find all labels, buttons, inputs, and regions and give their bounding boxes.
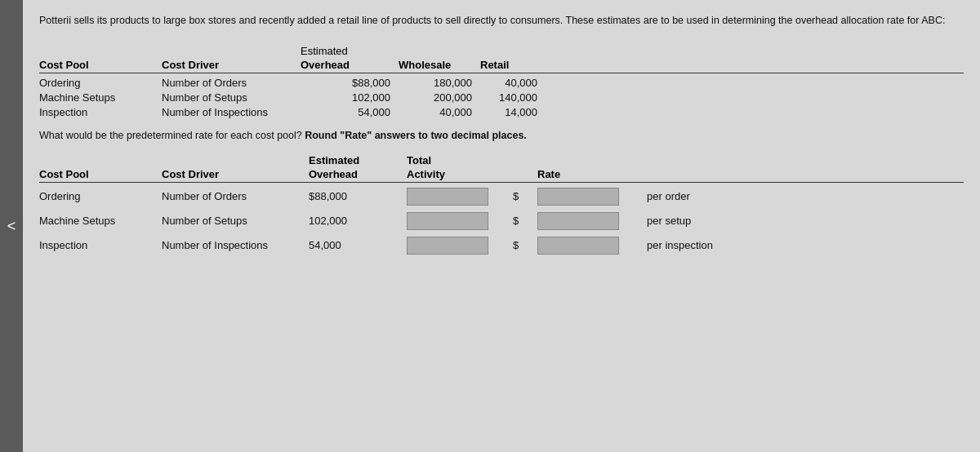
driver-setups: Number of Setups <box>162 91 301 104</box>
second-overhead-ordering: $88,000 <box>309 190 407 202</box>
second-col-pool: Cost Pool <box>39 168 162 180</box>
second-col-activity: Activity <box>407 168 513 180</box>
col-header-wholesale: Wholesale <box>399 59 480 71</box>
overhead-setups: 102,000 <box>301 91 399 104</box>
second-estimated-label: Estimated <box>309 154 407 166</box>
activity-input-ordering[interactable] <box>407 188 488 206</box>
wholesale-ordering: 180,000 <box>399 77 480 89</box>
col-header-driver: Cost Driver <box>162 59 301 71</box>
retail-inspection: 14,000 <box>480 106 546 118</box>
per-inspection-label: per inspection <box>644 239 742 251</box>
main-content: Potterii sells its products to large box… <box>23 0 980 452</box>
pool-inspection: Inspection <box>39 106 162 118</box>
pool-ordering: Ordering <box>39 77 162 89</box>
dollar-sign-ordering: $ <box>513 190 537 202</box>
second-pool-setups: Machine Setups <box>39 215 162 227</box>
rate-input-ordering[interactable] <box>537 188 619 206</box>
table-row: Machine Setups Number of Setups 102,000 … <box>39 91 964 104</box>
pool-machine-setups: Machine Setups <box>39 91 162 104</box>
second-col-overhead: Overhead <box>309 168 407 180</box>
second-table-row-setups: Machine Setups Number of Setups 102,000 … <box>39 212 964 230</box>
retail-ordering: 40,000 <box>480 77 546 89</box>
first-table-col-headers: Cost Pool Cost Driver Overhead Wholesale… <box>39 59 964 73</box>
driver-orders: Number of Orders <box>162 77 301 89</box>
retail-setups: 140,000 <box>480 91 546 104</box>
second-col-driver: Cost Driver <box>162 168 309 180</box>
question-main: What would be the predetermined rate for… <box>39 130 302 141</box>
col-header-retail: Retail <box>480 59 546 71</box>
second-driver-orders: Number of Orders <box>162 190 309 202</box>
per-order-label: per order <box>644 190 742 202</box>
activity-input-setups[interactable] <box>407 212 488 230</box>
overhead-inspection: 54,000 <box>301 106 399 118</box>
driver-inspections: Number of Inspections <box>162 106 301 118</box>
question-bold: Round "Rate" answers to two decimal plac… <box>305 130 527 141</box>
chevron-left-icon: < <box>7 218 16 235</box>
left-nav-button[interactable]: < <box>0 0 23 452</box>
second-col-rate: Rate <box>537 168 644 180</box>
first-table: Estimated Cost Pool Cost Driver Overhead… <box>39 45 964 118</box>
col-header-pool: Cost Pool <box>39 59 162 71</box>
estimated-header-label: Estimated <box>301 45 399 57</box>
second-driver-setups: Number of Setups <box>162 215 309 227</box>
first-table-estimated-header: Estimated <box>39 45 964 57</box>
second-table-col-headers: Cost Pool Cost Driver Overhead Activity … <box>39 168 964 183</box>
dollar-sign-setups: $ <box>513 215 537 227</box>
second-table: Estimated Total Cost Pool Cost Driver Ov… <box>39 154 964 255</box>
col-header-overhead: Overhead <box>301 59 399 71</box>
rate-input-setups[interactable] <box>537 212 619 230</box>
rate-input-inspection[interactable] <box>537 237 619 255</box>
activity-input-inspection[interactable] <box>407 237 488 255</box>
second-overhead-setups: 102,000 <box>309 215 407 227</box>
overhead-ordering: $88,000 <box>301 77 399 89</box>
second-pool-inspection: Inspection <box>39 239 162 251</box>
second-table-row-inspection: Inspection Number of Inspections 54,000 … <box>39 237 964 255</box>
second-table-top-headers: Estimated Total <box>39 154 964 166</box>
per-setup-label: per setup <box>644 215 742 227</box>
table-row: Ordering Number of Orders $88,000 180,00… <box>39 77 964 89</box>
wholesale-setups: 200,000 <box>399 91 480 104</box>
table-row: Inspection Number of Inspections 54,000 … <box>39 106 964 118</box>
question-text: What would be the predetermined rate for… <box>39 130 964 141</box>
intro-text: Potterii sells its products to large box… <box>39 13 964 29</box>
second-total-label: Total <box>407 154 513 166</box>
second-table-row-ordering: Ordering Number of Orders $88,000 $ per … <box>39 188 964 206</box>
second-overhead-inspection: 54,000 <box>309 239 407 251</box>
dollar-sign-inspection: $ <box>513 239 537 251</box>
second-driver-inspections: Number of Inspections <box>162 239 309 251</box>
second-pool-ordering: Ordering <box>39 190 162 202</box>
wholesale-inspection: 40,000 <box>399 106 480 118</box>
